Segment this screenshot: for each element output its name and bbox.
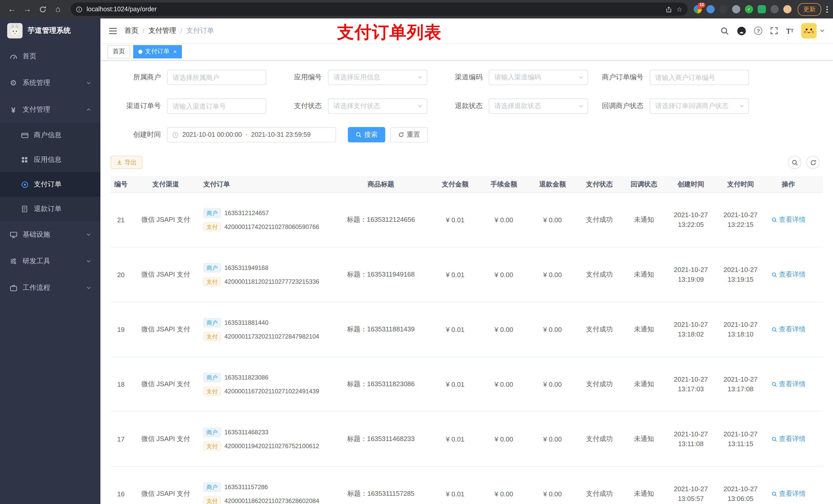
pay-status-select[interactable]: 请选择支付状态 <box>328 98 427 114</box>
cell-status: 支付成功 <box>577 380 622 389</box>
filter-label: 支付状态 <box>271 101 328 111</box>
yen-icon: ¥ <box>9 105 18 114</box>
sidebar-item-app-info[interactable]: 应用信息 <box>0 147 100 172</box>
search-icon <box>771 491 777 497</box>
view-detail-link[interactable]: 查看详情 <box>771 434 806 443</box>
user-menu[interactable] <box>801 23 825 39</box>
tab-label: 支付订单 <box>145 47 170 56</box>
chevron-down-icon <box>86 232 91 237</box>
avatar[interactable] <box>801 23 817 39</box>
font-size-icon[interactable]: TT <box>786 27 793 34</box>
sidebar-item-system[interactable]: ⚙ 系统管理 <box>0 70 100 96</box>
cell-amount: ¥ 0.01 <box>431 380 479 388</box>
chevron-up-icon <box>86 107 91 112</box>
sidebar-item-infrastructure[interactable]: 基础设施 <box>0 221 100 248</box>
sidebar-item-workflow[interactable]: 工作流程 <box>0 274 100 301</box>
ext-icon-6[interactable] <box>758 5 766 13</box>
export-button[interactable]: 导出 <box>111 156 142 169</box>
page-content: 所属商户 应用编号 请选择应用信息 渠道编码 请输入渠道编码 <box>100 61 833 504</box>
filter-merchant: 所属商户 <box>111 70 266 85</box>
pay-tag: 支付 <box>204 277 221 286</box>
refund-status-select[interactable]: 请选择退款状态 <box>489 98 588 114</box>
ext-icon-2[interactable] <box>707 5 715 13</box>
sidebar-item-label: 研发工具 <box>23 257 50 266</box>
browser-update-button[interactable]: 更新 <box>798 3 821 16</box>
view-detail-link[interactable]: 查看详情 <box>771 489 806 498</box>
sidebar-toggle-icon[interactable] <box>109 27 117 34</box>
date-range-input[interactable]: 2021-10-01 00:00:00 - 2021-10-31 23:59:5… <box>167 127 336 142</box>
view-detail-link[interactable]: 查看详情 <box>771 215 806 224</box>
tab-home[interactable]: 首页 <box>108 45 130 58</box>
github-icon[interactable] <box>737 26 747 35</box>
sidebar-item-refund-order[interactable]: 退款订单 <box>0 197 100 221</box>
tab-pay-order[interactable]: 支付订单 × <box>133 45 182 58</box>
filter-row-2: 渠道订单号 支付状态 请选择支付状态 退款状态 请选择退款状态 <box>111 98 833 114</box>
pay-no: 4200001173202110272847982104 <box>224 333 319 340</box>
sidebar-item-dev-tools[interactable]: 研发工具 <box>0 248 100 274</box>
toggle-search-button[interactable] <box>788 156 801 169</box>
filter-notify-status: 回调商户状态 请选择订单回调商户状态 <box>593 98 749 114</box>
breadcrumb-home[interactable]: 首页 <box>124 26 138 35</box>
sidebar-item-payment[interactable]: ¥ 支付管理 <box>0 96 100 123</box>
notify-status-select[interactable]: 请选择订单回调商户状态 <box>649 98 749 114</box>
reset-button[interactable]: 重置 <box>390 127 428 142</box>
view-detail-link[interactable]: 查看详情 <box>771 270 806 279</box>
address-bar[interactable]: localhost:1024/pay/order ☆ <box>71 3 688 16</box>
payment-submenu: 商户信息 应用信息 支付订单 <box>0 123 100 221</box>
ext-icon-3[interactable] <box>719 5 728 13</box>
sidebar-item-home[interactable]: 首页 <box>0 43 100 70</box>
sidebar-logo-row: 芋道管理系统 <box>0 19 100 43</box>
cell-pay-time: 2021-10-2713:19:15 <box>716 265 765 284</box>
pay-tag: 支付 <box>204 386 221 396</box>
table-header: 编号 支付渠道 支付订单 商品标题 支付金额 手续金额 退款金额 支付状态 回调… <box>111 176 823 193</box>
view-detail-link[interactable]: 查看详情 <box>771 380 806 389</box>
pay-no: 4200001174202110278060590766 <box>224 223 319 230</box>
ext-icon-1[interactable]: 10 <box>694 5 702 13</box>
ext-icon-4[interactable] <box>732 5 740 13</box>
table-row: 16 微信 JSAPI 支付 商户1635311157286 支付4200001… <box>111 466 823 504</box>
sidebar-item-merchant-info[interactable]: 商户信息 <box>0 123 100 147</box>
cell-notify: 未通知 <box>622 489 666 498</box>
extensions-row: 10 ✓ <box>694 5 791 13</box>
filter-label: 退款状态 <box>432 101 489 111</box>
search-icon[interactable] <box>720 26 729 35</box>
merchant-input[interactable] <box>167 70 266 85</box>
site-info-icon[interactable] <box>76 6 82 13</box>
date-end: 2021-10-31 23:59:59 <box>251 131 311 138</box>
cell-action: 查看详情 <box>765 434 811 443</box>
view-detail-link[interactable]: 查看详情 <box>771 325 806 334</box>
share-icon[interactable] <box>666 6 672 13</box>
app-id-select[interactable]: 请选择应用信息 <box>328 70 427 85</box>
ext-icon-7[interactable] <box>770 5 779 13</box>
help-icon[interactable]: ? <box>754 27 763 35</box>
search-button[interactable]: 搜索 <box>348 127 385 142</box>
browser-reload-icon[interactable] <box>36 3 49 16</box>
browser-home-icon[interactable]: ⌂ <box>51 3 65 16</box>
sidebar-item-pay-order[interactable]: 支付订单 <box>0 172 100 197</box>
browser-forward-icon[interactable]: → <box>21 3 34 16</box>
browser-back-icon[interactable]: ← <box>5 3 19 16</box>
cell-status: 支付成功 <box>577 270 622 279</box>
browser-menu-icon[interactable] <box>826 5 828 14</box>
ext-icon-5[interactable]: ✓ <box>745 5 753 13</box>
close-icon[interactable]: × <box>173 48 177 54</box>
breadcrumb: 首页 / 支付管理 / 支付订单 <box>124 26 214 35</box>
cell-fee: ¥ 0.00 <box>479 326 528 333</box>
pay-tag: 支付 <box>204 441 221 451</box>
ext-icon-8[interactable] <box>783 5 791 13</box>
cell-notify: 未通知 <box>622 270 666 279</box>
fullscreen-icon[interactable] <box>770 27 779 35</box>
gear-icon: ⚙ <box>9 78 18 88</box>
channel-order-no-input[interactable] <box>167 98 266 114</box>
bookmark-star-icon[interactable]: ☆ <box>676 5 682 13</box>
filter-channel-order-no: 渠道订单号 <box>111 98 266 114</box>
channel-code-select[interactable]: 请输入渠道编码 <box>489 70 588 85</box>
search-icon <box>771 327 777 332</box>
filter-label: 回调商户状态 <box>593 101 649 111</box>
merchant-no: 1635311468233 <box>224 429 268 436</box>
cell-amount: ¥ 0.01 <box>431 271 479 279</box>
breadcrumb-payment[interactable]: 支付管理 <box>148 26 176 35</box>
merchant-order-no-input[interactable] <box>649 70 749 85</box>
refresh-table-button[interactable] <box>806 156 820 169</box>
url-text[interactable]: localhost:1024/pay/order <box>87 6 662 13</box>
